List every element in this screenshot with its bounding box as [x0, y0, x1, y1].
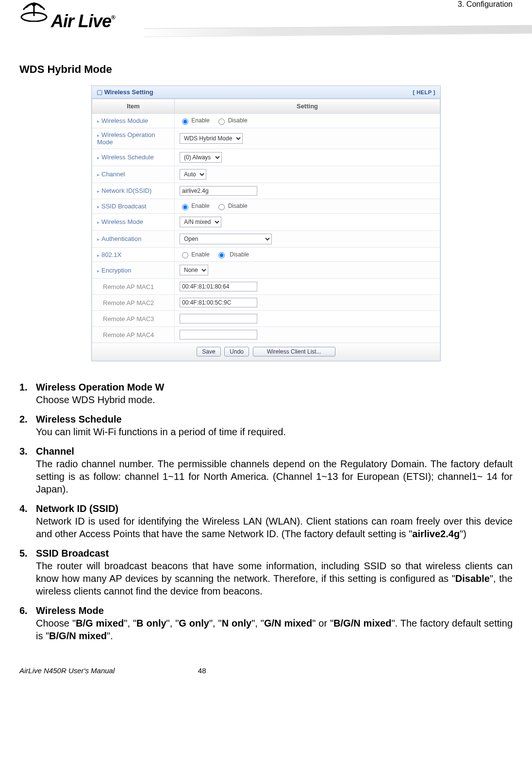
- item-label: Network ID(SSID): [101, 187, 151, 194]
- row-wireless-module: ▸Wireless Module Enable Disable: [92, 114, 440, 128]
- item-title: Channel: [36, 445, 74, 458]
- enable-option[interactable]: Enable: [180, 251, 210, 258]
- encryption-select[interactable]: None: [180, 265, 208, 275]
- caret-icon: ▸: [97, 155, 100, 160]
- footer-page-number: 48: [198, 666, 206, 675]
- row-wireless-mode: ▸Wireless Mode A/N mixed: [92, 213, 440, 230]
- item-label: Authentication: [101, 235, 141, 242]
- table-header-row: Item Setting: [92, 99, 440, 114]
- item-number: 4.: [19, 502, 36, 515]
- panel-titlebar: ▢ Wireless Setting [ HELP ]: [92, 86, 440, 99]
- list-item: 2.Wireless Schedule You can limit Wi-Fi …: [19, 413, 513, 438]
- item-body: Choose WDS Hybrid mode.: [36, 393, 513, 406]
- undo-button[interactable]: Undo: [224, 347, 249, 357]
- item-body: The router will broadcast beacons that h…: [36, 560, 513, 597]
- schedule-select[interactable]: (0) Always: [180, 152, 222, 163]
- item-number: 5.: [19, 547, 36, 560]
- caret-icon: ▸: [97, 188, 100, 194]
- panel-title-text: ▢ Wireless Setting: [97, 88, 153, 96]
- list-item: 1.Wireless Operation Mode W Choose WDS H…: [19, 381, 513, 406]
- ssid-input[interactable]: [180, 186, 257, 196]
- item-body: You can limit Wi-Fi functions in a perio…: [36, 425, 513, 438]
- col-item: Item: [92, 99, 175, 114]
- item-label: Wireless Operation Mode: [97, 131, 155, 146]
- help-link[interactable]: [ HELP ]: [413, 89, 435, 95]
- row-ssid-broadcast: ▸SSID Broadcast Enable Disable: [92, 199, 440, 213]
- page-footer: AirLive N450R User's Manual 48: [19, 666, 513, 675]
- ssid-bcast-disable-radio[interactable]: [218, 204, 225, 210]
- page-header: Air Live® 3. Configuration: [19, 0, 513, 49]
- body-text: 1.Wireless Operation Mode W Choose WDS H…: [19, 381, 513, 642]
- row-mac4: Remote AP MAC4: [92, 327, 440, 343]
- button-row: Save Undo Wireless Client List...: [92, 343, 440, 361]
- row-mac2: Remote AP MAC2: [92, 295, 440, 311]
- logo-text: Air Live®: [51, 11, 115, 32]
- row-schedule: ▸Wireless Schedule (0) Always: [92, 149, 440, 166]
- mac2-input[interactable]: [180, 298, 257, 307]
- save-button[interactable]: Save: [197, 347, 220, 357]
- caret-icon: ▸: [97, 220, 100, 225]
- caret-icon: ▸: [97, 268, 100, 273]
- item-number: 1.: [19, 381, 36, 393]
- op-mode-select[interactable]: WDS Hybrid Mode: [180, 133, 243, 144]
- item-number: 6.: [19, 604, 36, 617]
- item-label: Wireless Mode: [101, 218, 143, 225]
- mac4-input[interactable]: [180, 330, 257, 340]
- row-8021x: ▸802.1X Enable Disable: [92, 247, 440, 262]
- item-body: Network ID is used for identifying the W…: [36, 515, 513, 540]
- row-mac3: Remote AP MAC3: [92, 311, 440, 327]
- logo-swoosh-icon: [19, 0, 49, 22]
- disable-option[interactable]: Disable: [216, 203, 247, 209]
- item-body: The radio channel number. The permissibl…: [36, 458, 513, 495]
- chapter-label: 3. Configuration: [458, 0, 513, 9]
- brand-logo: Air Live®: [15, 2, 115, 32]
- list-item: 5.SSID Broadcast The router will broadca…: [19, 547, 513, 597]
- row-op-mode: ▸Wireless Operation Mode WDS Hybrid Mode: [92, 128, 440, 149]
- disable-option[interactable]: Disable: [216, 251, 249, 258]
- row-mac1: Remote AP MAC1: [92, 279, 440, 295]
- item-label: Remote AP MAC1: [103, 283, 154, 290]
- item-label: Channel: [101, 170, 125, 178]
- caret-icon: ▸: [97, 204, 100, 209]
- panel-title-icon: ▢: [97, 88, 104, 96]
- list-item: 4.Network ID (SSID) Network ID is used f…: [19, 502, 513, 540]
- item-number: 2.: [19, 413, 36, 425]
- caret-icon: ▸: [97, 133, 100, 138]
- item-label: Wireless Module: [101, 117, 148, 124]
- disable-option[interactable]: Disable: [216, 117, 247, 124]
- dot1x-disable-radio[interactable]: [218, 252, 225, 258]
- item-number: 3.: [19, 445, 36, 458]
- client-list-button[interactable]: Wireless Client List...: [253, 347, 335, 357]
- mac3-input[interactable]: [180, 314, 257, 323]
- dot1x-enable-radio[interactable]: [182, 252, 188, 258]
- item-title: Wireless Schedule: [36, 413, 122, 425]
- item-label: 802.1X: [101, 251, 121, 258]
- channel-select[interactable]: Auto: [180, 169, 206, 180]
- item-label: Encryption: [101, 267, 131, 274]
- item-label: Remote AP MAC2: [103, 299, 154, 306]
- caret-icon: ▸: [97, 119, 100, 124]
- enable-option[interactable]: Enable: [180, 117, 210, 124]
- item-label: Wireless Schedule: [101, 153, 154, 161]
- ssid-bcast-enable-radio[interactable]: [182, 204, 188, 210]
- mac1-input[interactable]: [180, 282, 257, 291]
- item-title: Wireless Operation Mode W: [36, 381, 164, 393]
- item-label: Remote AP MAC3: [103, 315, 154, 323]
- wireless-module-disable-radio[interactable]: [218, 119, 225, 125]
- item-title: Network ID (SSID): [36, 502, 118, 515]
- item-title: SSID Broadcast: [36, 547, 109, 560]
- section-heading: WDS Hybrid Mode: [19, 63, 513, 76]
- header-decor-line: [144, 25, 532, 37]
- wireless-mode-select[interactable]: A/N mixed: [180, 217, 221, 227]
- caret-icon: ▸: [97, 253, 100, 258]
- list-item: 6.Wireless Mode Choose "B/G mixed", "B o…: [19, 604, 513, 642]
- item-body: Choose "B/G mixed", "B only", "G only", …: [36, 617, 513, 642]
- wireless-module-enable-radio[interactable]: [182, 119, 188, 125]
- col-setting: Setting: [175, 99, 440, 114]
- enable-option[interactable]: Enable: [180, 203, 210, 209]
- list-item: 3.Channel The radio channel number. The …: [19, 445, 513, 495]
- item-label: Remote AP MAC4: [103, 331, 154, 339]
- row-ssid: ▸Network ID(SSID): [92, 183, 440, 199]
- auth-select[interactable]: Open: [180, 234, 272, 244]
- row-channel: ▸Channel Auto: [92, 166, 440, 183]
